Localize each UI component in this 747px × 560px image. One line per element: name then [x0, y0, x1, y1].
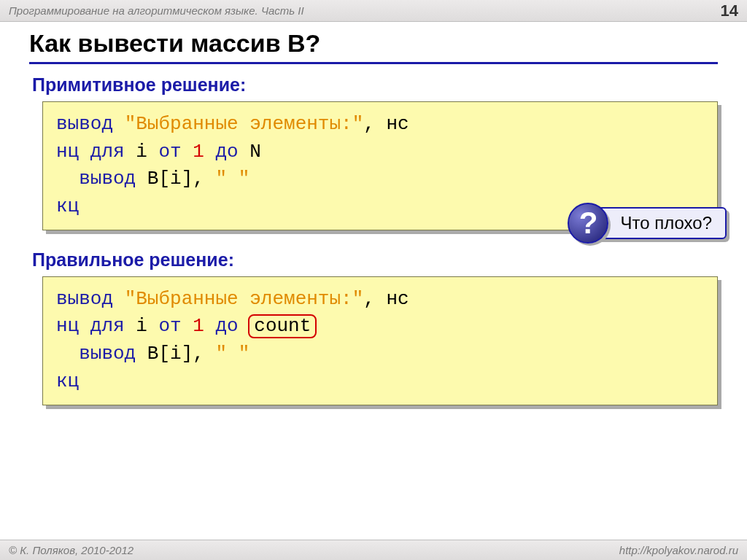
- copyright: © К. Поляков, 2010-2012: [9, 544, 133, 556]
- subject-text: Программирование на алгоритмическом язык…: [9, 4, 304, 17]
- slide-footer: © К. Поляков, 2010-2012 http://kpolyakov…: [0, 540, 747, 560]
- str: "Выбранные элементы:": [125, 113, 364, 135]
- var: i: [136, 141, 158, 163]
- txt: B[i],: [147, 343, 216, 365]
- str: "Выбранные элементы:": [125, 288, 364, 310]
- section2-label: Правильное решение:: [32, 249, 718, 271]
- kw: до: [204, 315, 249, 337]
- slide-header: Программирование на алгоритмическом язык…: [0, 0, 747, 22]
- slide-title: Как вывести массив B?: [29, 29, 718, 64]
- var: i: [136, 315, 158, 337]
- section1-label: Примитивное решение:: [32, 74, 718, 96]
- str: " ": [215, 343, 249, 365]
- callout: ? Что плохо?: [568, 203, 727, 244]
- kw: вывод: [56, 168, 147, 190]
- highlight-count: count: [248, 314, 317, 338]
- kw: вывод: [56, 113, 125, 135]
- num: 1: [193, 141, 204, 163]
- kw: кц: [56, 370, 79, 392]
- str: " ": [215, 168, 249, 190]
- kw: от: [158, 141, 193, 163]
- kw: вывод: [56, 288, 125, 310]
- kw: вывод: [56, 343, 147, 365]
- var: count: [254, 315, 311, 337]
- txt: , нс: [363, 113, 409, 135]
- num: 1: [193, 315, 204, 337]
- code-block-1-wrap: вывод "Выбранные элементы:", нс нц для i…: [42, 101, 718, 230]
- kw: до: [204, 141, 249, 163]
- footer-url: http://kpolyakov.narod.ru: [619, 544, 738, 556]
- kw: нц для: [56, 141, 136, 163]
- code-block-2-wrap: вывод "Выбранные элементы:", нс нц для i…: [42, 276, 718, 405]
- var: N: [249, 141, 261, 163]
- txt: , нс: [363, 288, 409, 310]
- txt: B[i],: [147, 168, 216, 190]
- slide-content: Как вывести массив B? Примитивное решени…: [0, 22, 747, 405]
- question-symbol: ?: [579, 206, 598, 241]
- code-block-2: вывод "Выбранные элементы:", нс нц для i…: [42, 276, 718, 405]
- question-icon: ?: [568, 203, 608, 244]
- kw: от: [158, 315, 193, 337]
- kw: кц: [56, 195, 79, 217]
- page-number: 14: [721, 1, 738, 20]
- kw: нц для: [56, 315, 136, 337]
